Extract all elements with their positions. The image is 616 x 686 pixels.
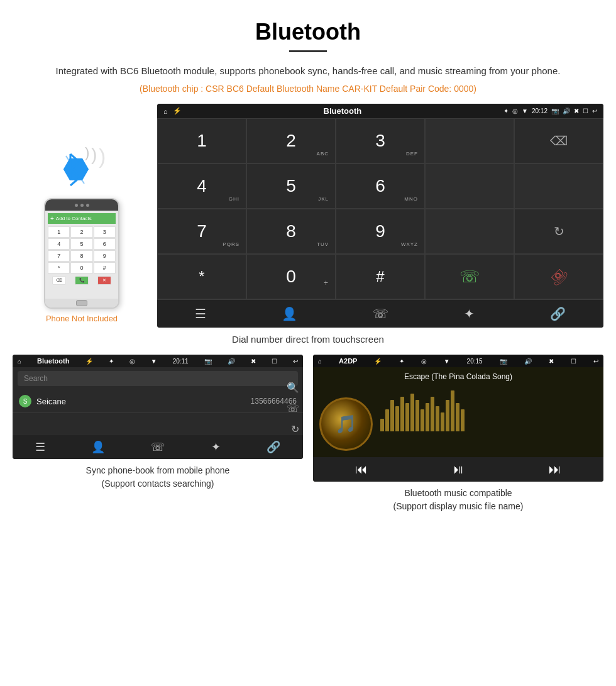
dial-caption: Dial number direct from touchscreen <box>0 334 616 345</box>
location-icon: ◎ <box>512 108 518 114</box>
main-section: ) ) ) ⬣ <box>0 104 616 328</box>
phone-screen: + Add to Contacts 1 2 3 4 5 6 7 8 9 * 0 … <box>45 211 118 299</box>
contact-number: 13566664466 <box>251 397 297 406</box>
phone-action-row: ⌫ 📞 ✕ <box>48 276 116 285</box>
link-icon[interactable]: 🔗 <box>550 306 566 321</box>
description-text: Integrated with BC6 Bluetooth module, su… <box>0 64 616 79</box>
bottom-screenshots: ⌂ Bluetooth ⚡ ✦ ◎ ▼ 20:11 📷 🔊 ✖ ☐ ↩ Sear… <box>0 355 616 513</box>
bt-icon[interactable]: ✦ <box>464 306 475 321</box>
page-title: Bluetooth <box>0 0 616 50</box>
music-home-icon: ⌂ <box>318 358 322 365</box>
home-icon: ⌂ <box>163 108 168 115</box>
key-5[interactable]: 5 JKL <box>246 163 336 209</box>
phone-icon[interactable]: ☏ <box>373 306 388 321</box>
prev-button[interactable]: ⏮ <box>355 462 368 477</box>
key-4[interactable]: 4 GHI <box>157 163 246 209</box>
key-star[interactable]: * <box>157 254 246 299</box>
pb-back-icon: ↩ <box>293 358 298 365</box>
pb-home-icon: ⌂ <box>18 358 21 365</box>
phonebook-action-bar: ☰ 👤 ☏ ✦ 🔗 <box>13 435 303 459</box>
key-8[interactable]: 8 TUV <box>246 209 336 254</box>
phonebook-screenshot: ⌂ Bluetooth ⚡ ✦ ◎ ▼ 20:11 📷 🔊 ✖ ☐ ↩ Sear… <box>13 355 303 513</box>
bt-signal-graphic: ) ) ) ⬣ <box>50 141 113 192</box>
search-bar[interactable]: Search <box>18 371 298 386</box>
music-back-icon: ↩ <box>593 358 598 365</box>
call-button[interactable]: ☏ <box>425 254 514 299</box>
music-screen: ⌂ A2DP ⚡ ✦ ◎ ▼ 20:15 📷 🔊 ✖ ☐ ↩ Escape (T… <box>313 355 603 482</box>
empty-cell-3 <box>425 209 514 254</box>
phone-screen-header: + Add to Contacts <box>48 213 116 224</box>
dialpad-screen-title: Bluetooth <box>324 106 362 116</box>
music-window-icon: ☐ <box>571 358 576 365</box>
phone-home-btn <box>76 300 87 306</box>
music-caption: Bluetooth music compatible (Support disp… <box>393 487 524 513</box>
phonebook-screen: ⌂ Bluetooth ⚡ ✦ ◎ ▼ 20:11 📷 🔊 ✖ ☐ ↩ Sear… <box>13 355 303 459</box>
grid-icon[interactable]: ☰ <box>195 306 206 321</box>
pb-link-icon[interactable]: 🔗 <box>267 440 280 454</box>
play-pause-button[interactable]: ⏯ <box>452 462 465 477</box>
pb-grid-icon[interactable]: ☰ <box>35 440 45 454</box>
time-display: 20:12 <box>532 108 547 114</box>
contacts-icon[interactable]: 👤 <box>282 306 297 321</box>
key-0[interactable]: 0 + <box>246 254 336 299</box>
wifi-icon: ▼ <box>522 108 528 114</box>
svg-text:): ) <box>91 145 97 164</box>
key-9[interactable]: 9 WXYZ <box>336 209 425 254</box>
pb-vol-icon: 🔊 <box>228 358 235 365</box>
music-location-icon: ◎ <box>421 358 427 365</box>
dialpad-grid: 1 2 ABC 3 DEF ⌫ 4 GHI 5 JKL <box>157 118 603 299</box>
next-button[interactable]: ⏭ <box>549 462 561 477</box>
pb-usb-icon: ⚡ <box>85 358 93 365</box>
backspace-button[interactable]: ⌫ <box>514 118 603 163</box>
key-3[interactable]: 3 DEF <box>336 118 425 163</box>
phone-container: ) ) ) ⬣ <box>13 104 151 323</box>
dialpad-action-bar: ☰ 👤 ☏ ✦ 🔗 <box>157 299 603 328</box>
key-hash[interactable]: # <box>336 254 425 299</box>
contact-row: S Seicane 13566664466 <box>13 390 303 413</box>
svg-text:): ) <box>99 144 106 168</box>
album-art: 🎵 <box>319 397 373 451</box>
key-1[interactable]: 1 <box>157 118 246 163</box>
music-screen-title: A2DP <box>339 357 357 365</box>
back-icon: ↩ <box>592 108 597 114</box>
hangup-button[interactable]: ☏ <box>514 254 603 299</box>
key-6[interactable]: 6 MNO <box>336 163 425 209</box>
pb-close-icon: ✖ <box>251 358 256 365</box>
music-content: 🎵 <box>313 391 603 457</box>
music-usb-icon: ⚡ <box>374 358 382 365</box>
pb-screen-title: Bluetooth <box>37 357 69 365</box>
equalizer <box>380 400 465 431</box>
music-status-bar: ⌂ A2DP ⚡ ✦ ◎ ▼ 20:15 📷 🔊 ✖ ☐ ↩ <box>313 355 603 367</box>
music-controls: ⏮ ⏯ ⏭ <box>313 457 603 482</box>
camera-icon: 📷 <box>551 108 559 114</box>
music-wifi-icon: ▼ <box>444 358 450 365</box>
bt-status-icon: ✦ <box>503 108 509 114</box>
pb-wifi-icon: ▼ <box>151 358 157 365</box>
key-2[interactable]: 2 ABC <box>246 118 336 163</box>
music-bt-icon: ✦ <box>399 358 404 365</box>
pb-bt-icon: ✦ <box>109 358 114 365</box>
key-7[interactable]: 7 PQRS <box>157 209 246 254</box>
pb-location-icon: ◎ <box>129 358 135 365</box>
music-vol-icon: 🔊 <box>524 358 532 365</box>
contact-name: Seicane <box>36 397 251 406</box>
pb-camera-icon: 📷 <box>204 358 212 365</box>
pb-phone-icon[interactable]: ☏ <box>151 440 165 454</box>
pb-person-icon[interactable]: 👤 <box>91 440 105 454</box>
music-close-icon: ✖ <box>549 358 554 365</box>
music-time: 20:15 <box>467 358 483 365</box>
pb-time: 20:11 <box>173 358 189 365</box>
sync-button[interactable]: ↻ <box>514 209 603 254</box>
display-area <box>425 118 514 163</box>
window-icon: ☐ <box>583 108 588 114</box>
music-camera-icon: 📷 <box>500 358 507 365</box>
empty-cell-2 <box>514 163 603 209</box>
dialpad-status-bar: ⌂ ⚡ Bluetooth ✦ ◎ ▼ 20:12 📷 🔊 ✖ ☐ ↩ <box>157 104 603 118</box>
close-icon: ✖ <box>574 108 579 114</box>
pb-bt-action-icon[interactable]: ✦ <box>211 440 221 454</box>
phone-numpad: 1 2 3 4 5 6 7 8 9 * 0 # <box>48 226 116 274</box>
volume-icon: 🔊 <box>563 108 570 114</box>
music-screenshot: ⌂ A2DP ⚡ ✦ ◎ ▼ 20:15 📷 🔊 ✖ ☐ ↩ Escape (T… <box>313 355 603 513</box>
phone-bottom-bar <box>45 299 118 307</box>
car-dialpad-screen: ⌂ ⚡ Bluetooth ✦ ◎ ▼ 20:12 📷 🔊 ✖ ☐ ↩ 1 <box>157 104 603 328</box>
